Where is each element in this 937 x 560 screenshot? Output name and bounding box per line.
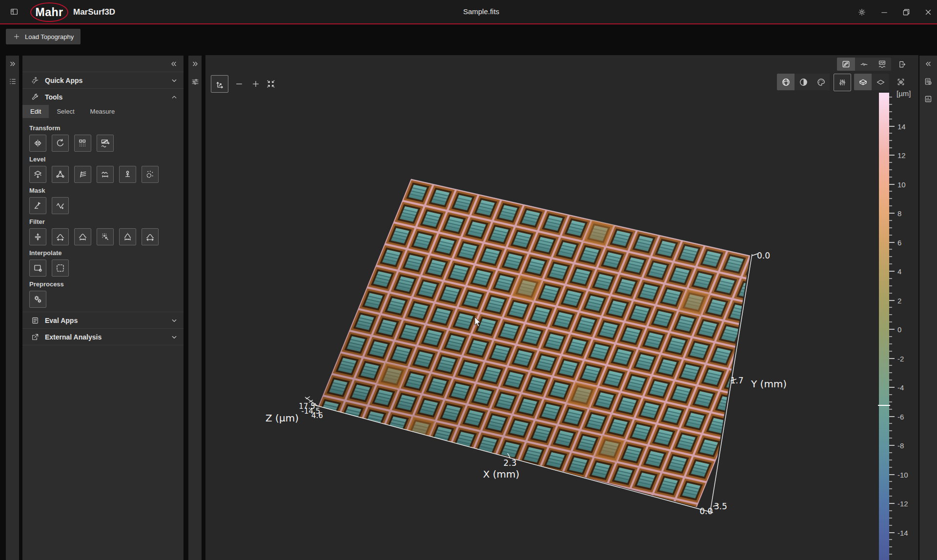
close-button[interactable] <box>922 6 935 19</box>
tool-button-three-point-level[interactable] <box>52 166 69 183</box>
tool-button-flip-horizontal[interactable] <box>29 135 46 152</box>
tool-button-gaussian-cutoff[interactable] <box>74 228 91 245</box>
histogram-icon <box>924 95 933 103</box>
axis-move-button[interactable] <box>211 75 228 93</box>
chevron-down-icon-slot <box>170 333 179 341</box>
colorbar-minor-tick <box>889 423 892 424</box>
tool-button-clip[interactable] <box>29 228 46 245</box>
zoom-out-button[interactable] <box>233 78 245 90</box>
tool-button-mask-draw[interactable] <box>29 197 46 214</box>
topo-profile-view-button[interactable] <box>873 58 891 71</box>
tool-button-despike[interactable] <box>119 166 136 183</box>
external-analysis-icon <box>31 333 40 341</box>
colorbar-minor-tick <box>889 488 892 489</box>
tool-button-outlier-removal[interactable] <box>142 166 159 183</box>
palette-button[interactable] <box>812 74 830 90</box>
layers-list-button[interactable] <box>6 74 19 89</box>
tool-button-preprocess[interactable] <box>29 291 46 308</box>
colorbar-minor-tick <box>889 249 892 250</box>
filter-sliders-button[interactable] <box>188 74 202 89</box>
robust-gaussian-icon <box>122 232 133 242</box>
load-topography-button[interactable]: Load Topography <box>6 29 81 44</box>
view-3d-icon <box>858 77 868 87</box>
panel-toggle-button[interactable] <box>8 5 20 18</box>
colorbar-tick-label: -2 <box>897 354 904 362</box>
chevron-down-icon <box>170 316 179 325</box>
restore-button[interactable] <box>900 6 913 19</box>
tool-group-label: Transform <box>29 124 183 132</box>
tool-group-label: Mask <box>29 187 183 194</box>
section-label: Eval Apps <box>45 317 170 324</box>
tool-button-gaussian-spread[interactable] <box>52 228 69 245</box>
colorbar-minor-tick <box>889 401 892 402</box>
histogram-button[interactable] <box>919 92 937 106</box>
tool-button-resample[interactable] <box>74 135 91 152</box>
colorbar-minor-tick <box>889 321 892 322</box>
y-axis-label: Y (mm) <box>751 378 787 390</box>
colorbar-minor-tick <box>889 293 892 294</box>
topography-surface <box>278 152 804 537</box>
colorbar-tick-label: 8 <box>897 209 901 218</box>
double-chevron-right-button[interactable] <box>188 57 202 71</box>
sidebar-item-external-analysis[interactable]: External Analysis <box>22 329 183 345</box>
snapshot-button[interactable] <box>895 76 907 88</box>
view-2d-button[interactable] <box>872 74 889 90</box>
profile-view-button[interactable] <box>855 58 873 71</box>
colorbar-tick-label: 0 <box>897 325 901 334</box>
collapse-panel-button[interactable] <box>169 59 179 69</box>
sidebar-item-eval-apps[interactable]: Eval Apps <box>22 312 183 329</box>
colorbar-minor-tick <box>889 119 892 120</box>
tool-button-mask-threshold[interactable] <box>52 197 69 214</box>
tool-button-level-plane[interactable] <box>29 166 46 183</box>
tool-button-line-level[interactable] <box>74 166 91 183</box>
close-icon <box>924 8 933 17</box>
colorbar-minor-tick <box>889 554 892 555</box>
export-button[interactable] <box>896 58 908 71</box>
tool-button-noise-removal[interactable] <box>97 228 114 245</box>
tab-edit[interactable]: Edit <box>22 105 49 118</box>
contrast-button[interactable] <box>794 74 812 90</box>
tools-icon-slot <box>30 92 40 101</box>
tab-measure[interactable]: Measure <box>82 105 123 118</box>
tool-button-row <box>29 228 183 245</box>
tool-button-profile-level[interactable] <box>97 166 114 183</box>
tools-panel-header <box>22 56 183 72</box>
colorbar-minor-tick <box>889 365 892 366</box>
render-settings-icon <box>838 78 847 87</box>
x-axis-end-tick: 3.5 <box>714 501 727 511</box>
settings-button[interactable] <box>856 6 868 19</box>
marsurf3d-window: Mahr MarSurf3D Sample.fits Load Topograp… <box>0 0 937 560</box>
x-axis-label: X (mm) <box>483 468 520 480</box>
z-axis-tick-1: 17.5 <box>299 402 315 411</box>
tool-button-robust-gaussian[interactable] <box>119 228 136 245</box>
tool-button-crop-wave[interactable] <box>97 135 114 152</box>
sidebar-item-tools[interactable]: Tools <box>22 89 183 105</box>
zoom-in-button[interactable] <box>249 78 262 90</box>
minimize-button[interactable] <box>878 6 891 19</box>
fit-view-icon <box>265 79 276 89</box>
double-chevron-left-button[interactable] <box>919 57 937 71</box>
tool-button-interpolate-region[interactable] <box>52 260 69 277</box>
sidebar-item-quick-apps[interactable]: Quick Apps <box>22 72 183 89</box>
texture-button[interactable] <box>777 74 794 90</box>
colorbar-tick-label: 12 <box>897 151 906 160</box>
colorbar-minor-tick <box>889 191 892 192</box>
surface-3d-view[interactable]: 0.0 1.7 Y (mm) 2.3 X (mm) 3.5 0.0 17.5 -… <box>205 55 918 560</box>
surface-3d-viewport[interactable]: 0.0 1.7 Y (mm) 2.3 X (mm) 3.5 0.0 17.5 -… <box>205 55 918 560</box>
tool-button-interpolate-shape[interactable] <box>29 260 46 277</box>
view-3d-button[interactable] <box>854 74 872 90</box>
quick-apps-icon <box>31 76 40 85</box>
y-axis-start-tick: 0.0 <box>757 251 770 260</box>
tab-select[interactable]: Select <box>49 105 82 118</box>
topography-view-button[interactable] <box>837 58 855 71</box>
colorbar-minor-tick <box>889 133 892 134</box>
app-name: MarSurf3D <box>73 7 115 17</box>
spline-filter-icon <box>145 232 155 242</box>
despike-icon <box>122 169 133 180</box>
render-settings-button[interactable] <box>834 74 851 91</box>
double-chevron-right-button[interactable] <box>6 57 19 71</box>
fit-view-button[interactable] <box>265 78 277 90</box>
tool-button-rotate[interactable] <box>52 135 69 152</box>
tool-button-spline-filter[interactable] <box>142 228 159 245</box>
report-info-button[interactable] <box>919 74 937 89</box>
